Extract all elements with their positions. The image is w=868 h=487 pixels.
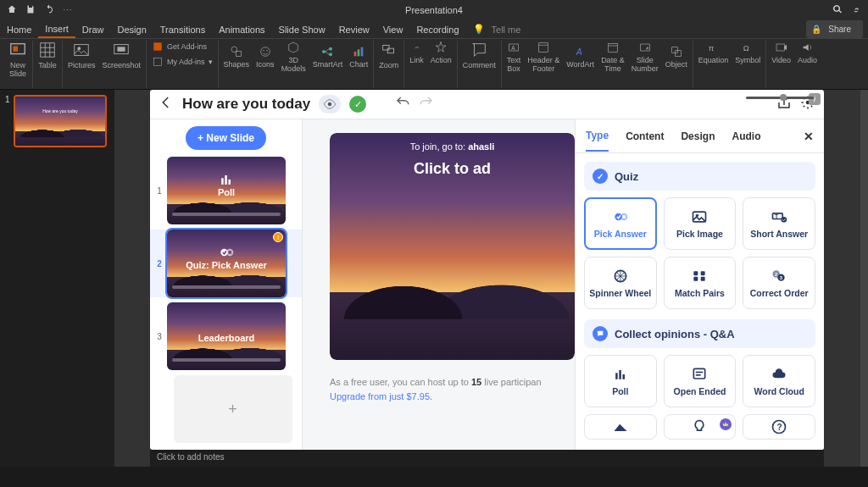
check-circle-icon: ✓ <box>593 169 608 184</box>
menu-draw[interactable]: Draw <box>75 20 111 38</box>
preview-toggle[interactable] <box>319 95 341 113</box>
join-text: To join, go to: ahasli <box>330 141 575 152</box>
menu-slideshow[interactable]: Slide Show <box>272 20 332 38</box>
zoom-button[interactable]: Zoom <box>379 41 398 69</box>
pictures-button[interactable]: Pictures <box>68 41 96 69</box>
section-opinions-header[interactable]: Collect opinions - Q&A <box>584 319 815 348</box>
menu-tellme[interactable]: 💡 Tell me <box>466 20 535 38</box>
svg-rect-45 <box>225 175 227 185</box>
symbol-button[interactable]: ΩSymbol <box>735 41 760 64</box>
undo-icon[interactable] <box>44 4 54 16</box>
tile-correct-order[interactable]: 23Correct Order <box>743 257 815 309</box>
save-icon[interactable] <box>25 4 36 16</box>
ppt-thumbnail-pane[interactable]: 1 How are you today <box>0 90 114 467</box>
menu-recording[interactable]: Recording <box>409 20 465 38</box>
tab-type[interactable]: Type <box>586 121 609 152</box>
svg-rect-30 <box>539 42 548 52</box>
ppt-slide-thumb-1[interactable]: How are you today <box>14 95 107 147</box>
tab-audio[interactable]: Audio <box>732 122 760 151</box>
svg-rect-1 <box>14 46 19 51</box>
svg-rect-27 <box>387 48 393 53</box>
new-slide-button[interactable]: New Slide <box>8 41 27 78</box>
close-panel-icon[interactable]: ✕ <box>804 130 814 143</box>
panel-tabs: Type Content Design Audio ✕ <box>576 119 824 153</box>
addin-header: How are you today ✓ <box>150 90 824 119</box>
tile-poll[interactable]: Poll <box>584 355 657 407</box>
new-slide-button[interactable]: + New Slide <box>186 126 266 150</box>
svg-rect-46 <box>229 180 231 185</box>
search-icon[interactable] <box>832 4 843 16</box>
video-button[interactable]: Video <box>771 41 791 64</box>
screenshot-button[interactable]: Screenshot <box>103 41 142 69</box>
info-badge[interactable]: i <box>809 93 821 105</box>
upgrade-link[interactable]: Upgrade from just $7.95. <box>330 391 432 401</box>
action-button[interactable]: Action <box>431 41 452 64</box>
menu-bar: Home Insert Draw Design Transitions Anim… <box>0 20 868 39</box>
comment-button[interactable]: Comment <box>463 41 496 69</box>
menu-review[interactable]: Review <box>332 20 376 38</box>
warning-badge-icon: ! <box>273 232 283 242</box>
slide-preview[interactable]: To join, go to: ahasli Click to ad <box>330 133 575 360</box>
menu-insert[interactable]: Insert <box>38 20 75 38</box>
tile-brainstorm[interactable] <box>664 414 737 440</box>
svg-rect-24 <box>358 49 360 56</box>
svg-rect-59 <box>694 277 698 281</box>
wordart-button[interactable]: AWordArt <box>566 45 594 69</box>
audio-button[interactable]: Audio <box>798 41 817 64</box>
share-button[interactable]: 🔒 Share <box>806 20 863 38</box>
link-button[interactable]: Link <box>409 41 424 64</box>
tab-content[interactable]: Content <box>626 122 664 151</box>
chart-button[interactable]: Chart <box>349 45 368 69</box>
zoom-slider[interactable] <box>746 97 814 99</box>
tile-pick-answer[interactable]: Pick Answer <box>584 197 657 250</box>
table-button[interactable]: Table <box>38 41 57 69</box>
slide-number: 1 <box>5 95 12 104</box>
slidenum-button[interactable]: #Slide Number <box>632 41 659 73</box>
menu-design[interactable]: Design <box>111 20 153 38</box>
tile-word-cloud[interactable]: Word Cloud <box>743 355 815 407</box>
menu-view[interactable]: View <box>376 20 410 38</box>
menu-home[interactable]: Home <box>0 20 38 38</box>
notes-pane[interactable]: Click to add notes <box>150 450 824 467</box>
sync-status-icon[interactable]: ✓ <box>349 96 366 113</box>
3dmodels-button[interactable]: 3D Models <box>281 41 306 73</box>
svg-rect-66 <box>619 370 621 379</box>
undo-icon[interactable] <box>395 95 410 113</box>
svg-text:A: A <box>575 47 581 57</box>
tile-pick-image[interactable]: Pick Image <box>664 197 737 250</box>
header-button[interactable]: Header & Footer <box>527 41 559 73</box>
svg-point-19 <box>329 47 332 50</box>
date-button[interactable]: Date & Time <box>601 41 625 73</box>
tile-match-pairs[interactable]: Match Pairs <box>664 257 737 309</box>
get-addins-button[interactable]: Get Add-ins <box>152 41 213 53</box>
tab-design[interactable]: Design <box>681 122 715 151</box>
textbox-button[interactable]: AText Box <box>507 41 521 73</box>
tile-spinner-wheel[interactable]: Spinner Wheel <box>584 257 657 309</box>
aha-thumb-leaderboard[interactable]: Leaderboard <box>167 302 286 370</box>
more-icon[interactable]: ⋯ <box>63 5 72 16</box>
smartart-button[interactable]: SmartArt <box>313 45 343 69</box>
aha-thumb-quiz[interactable]: ! Quiz: Pick Answer <box>167 230 286 297</box>
menu-animations[interactable]: Animations <box>212 20 271 38</box>
click-to-add-title[interactable]: Click to ad <box>330 160 575 178</box>
section-quiz-header[interactable]: ✓ Quiz <box>584 162 815 191</box>
tile-image-poll[interactable] <box>584 414 657 440</box>
presentation-title[interactable]: How are you today <box>182 96 310 113</box>
shapes-button[interactable]: Shapes <box>224 45 250 69</box>
home-icon[interactable] <box>7 4 17 16</box>
my-addins-button[interactable]: My Add-ins ▾ <box>152 56 213 68</box>
object-button[interactable]: Object <box>665 45 687 69</box>
svg-rect-41 <box>776 44 784 51</box>
icons-button[interactable]: Icons <box>256 45 275 69</box>
equation-button[interactable]: πEquation <box>698 41 729 64</box>
aha-thumb-poll[interactable]: Poll <box>167 157 286 224</box>
back-icon[interactable] <box>159 95 174 113</box>
tile-short-answer[interactable]: TShort Answer <box>743 197 815 250</box>
tile-qa[interactable]: ? <box>743 414 815 440</box>
tile-open-ended[interactable]: Open Ended <box>664 355 737 407</box>
link-icon[interactable] <box>851 4 861 16</box>
menu-transitions[interactable]: Transitions <box>153 20 212 38</box>
vertical-scrollbar[interactable] <box>860 90 868 467</box>
svg-text:Ω: Ω <box>743 44 749 53</box>
add-slide-button[interactable]: + <box>174 375 292 443</box>
